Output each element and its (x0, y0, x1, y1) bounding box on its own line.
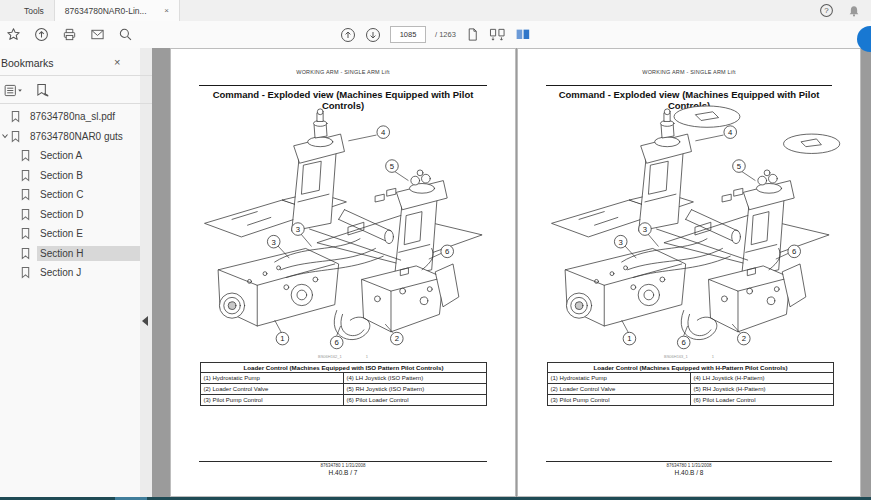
email-icon[interactable] (90, 27, 105, 42)
figure-caption: BS06H163_11 (518, 354, 860, 359)
main-toolbar: / 1263 (0, 21, 871, 49)
tab-tools[interactable]: Tools (14, 0, 54, 21)
bookmark-item[interactable]: 87634780NAR0 guts (0, 127, 140, 147)
bookmarks-panel: Bookmarks × 87634780na_sl.pdf 87634780NA… (0, 48, 152, 497)
table-header: Loader Control (Machines Equipped with I… (201, 363, 487, 373)
next-page-icon[interactable] (365, 27, 381, 43)
tab-bar: Tools 87634780NAR0-Lin... × ? (0, 0, 871, 22)
bookmark-label: Section H (37, 246, 140, 261)
bookmark-label: Section E (37, 226, 140, 241)
parts-legend-table: Loader Control (Machines Equipped with H… (547, 362, 834, 406)
table-row: (3) Pilot Pump Control(6) Pilot Loader C… (548, 395, 834, 406)
bookmark-item-selected[interactable]: Section H (0, 244, 140, 264)
footer-meta: 87634780 1 1/31/2008 (518, 463, 860, 468)
tools-tab-label: Tools (24, 6, 44, 16)
pdf-page-right: WORKING ARM - SINGLE ARM Lift Command - … (517, 48, 861, 497)
bookmark-icon (20, 208, 31, 221)
bookmark-label: 87634780na_sl.pdf (27, 109, 140, 124)
bookmark-icon (20, 247, 31, 260)
previous-page-icon[interactable] (340, 27, 356, 43)
bookmark-item[interactable]: Section B (0, 166, 140, 186)
share-upload-icon[interactable] (34, 27, 49, 42)
bookmark-icon (20, 266, 31, 279)
single-page-view-icon[interactable] (465, 27, 480, 42)
bookmark-label: Section A (37, 148, 140, 163)
bookmark-icon (10, 130, 21, 143)
footer-page-number: H.40.B / 7 (171, 469, 515, 476)
footer-rule (546, 461, 832, 462)
footer-rule (199, 461, 487, 462)
search-icon[interactable] (118, 27, 133, 42)
bookmark-item[interactable]: Section E (0, 224, 140, 244)
bookmark-label: 87634780NAR0 guts (27, 129, 140, 144)
document-tab-label: 87634780NAR0-Lin... (65, 6, 147, 16)
bookmark-item[interactable]: Section D (0, 205, 140, 225)
parts-legend-table: Loader Control (Machines Equipped with I… (200, 362, 487, 406)
bookmark-icon (20, 227, 31, 240)
page-number-input[interactable] (390, 26, 426, 43)
panel-collapse-icon[interactable] (142, 316, 148, 326)
joystick-boot-disks (674, 106, 840, 153)
running-header: WORKING ARM - SINGLE ARM Lift (171, 69, 515, 75)
bookmark-icon (20, 169, 31, 182)
help-icon[interactable]: ? (819, 3, 834, 18)
sidebar-scroll-track[interactable] (140, 48, 152, 497)
divider (0, 75, 152, 76)
divider (0, 103, 152, 104)
table-header: Loader Control (Machines Equipped with H… (548, 363, 834, 373)
svg-text:?: ? (824, 6, 829, 15)
pdf-page-left: WORKING ARM - SINGLE ARM Lift Command - … (170, 48, 516, 497)
favorite-star-icon[interactable] (6, 27, 21, 42)
notification-bell-icon[interactable] (847, 4, 861, 18)
exploded-view-diagram-h-pattern (535, 105, 846, 357)
close-panel-icon[interactable]: × (114, 56, 120, 68)
document-background: WORKING ARM - SINGLE ARM Lift Command - … (152, 48, 871, 497)
scrolling-view-icon[interactable] (489, 27, 506, 42)
bookmark-label: Section B (37, 168, 140, 183)
figure-caption: BS06H162_11 (171, 354, 515, 359)
bookmark-options-icon[interactable] (4, 84, 23, 97)
bookmarks-list: 87634780na_sl.pdf 87634780NAR0 guts Sect… (0, 107, 140, 283)
bookmark-icon (20, 149, 31, 162)
table-row: (3) Pilot Pump Control(6) Pilot Loader C… (201, 395, 487, 406)
page-count-label: / 1263 (435, 30, 456, 39)
bookmark-icon (20, 188, 31, 201)
bookmark-icon (10, 110, 21, 123)
tab-document[interactable]: 87634780NAR0-Lin... × (54, 0, 180, 21)
bookmarks-panel-title: Bookmarks (1, 57, 54, 69)
running-header: WORKING ARM - SINGLE ARM Lift (518, 69, 860, 75)
bookmark-item[interactable]: 87634780na_sl.pdf (0, 107, 140, 127)
footer-meta: 87634780 1 1/31/2008 (171, 463, 515, 468)
bookmark-label: Section J (37, 265, 140, 280)
new-bookmark-icon[interactable] (35, 83, 51, 97)
tab-close-icon[interactable]: × (164, 6, 169, 15)
print-icon[interactable] (62, 27, 77, 42)
table-row: (1) Hydrostatic Pump(4) LH Joystick (ISO… (201, 373, 487, 384)
table-row: (2) Loader Control Valve(5) RH Joystick … (201, 384, 487, 395)
footer-page-number: H.40.B / 8 (518, 469, 860, 476)
bookmark-item[interactable]: Section C (0, 185, 140, 205)
bookmark-label: Section C (37, 187, 140, 202)
bookmark-item[interactable]: Section J (0, 263, 140, 283)
bookmark-item[interactable]: Section A (0, 146, 140, 166)
table-row: (1) Hydrostatic Pump(4) LH Joystick (H-P… (548, 373, 834, 384)
exploded-view-diagram-iso (188, 105, 499, 357)
two-page-view-icon[interactable] (515, 27, 531, 42)
table-row: (2) Loader Control Valve(5) RH Joystick … (548, 384, 834, 395)
bookmark-label: Section D (37, 207, 140, 222)
